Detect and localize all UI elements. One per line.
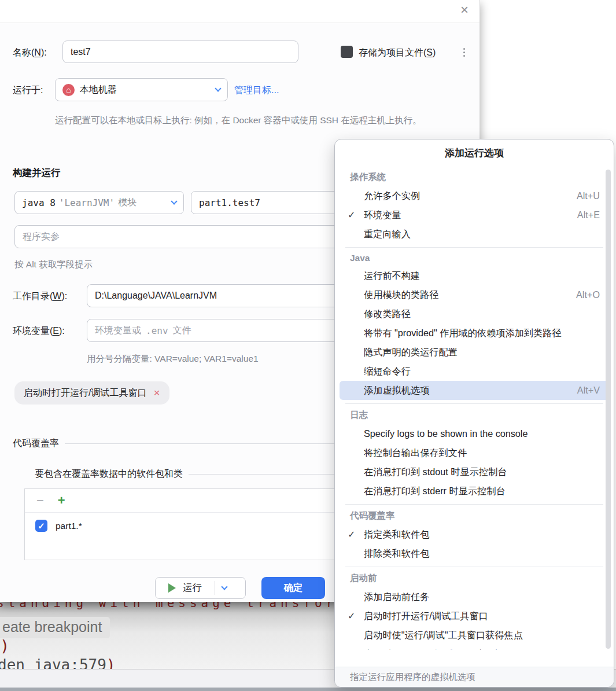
popup-title: 添加运行选项: [335, 139, 614, 166]
store-as-project-file-label: 存储为项目文件(S): [359, 47, 436, 59]
console-paren: ): [0, 637, 9, 655]
window-bottom-edge: [0, 688, 616, 691]
menu-item-implicitly-declared-class-run-config[interactable]: 隐式声明的类运行配置: [340, 343, 609, 362]
console-stacktrace-line[interactable]: den java:579): [0, 656, 116, 670]
menu-item-label: 启动时使"运行/调试"工具窗口获得焦点: [364, 626, 600, 645]
menu-item-specify-classes-and-packages[interactable]: ✓指定类和软件包: [340, 525, 609, 544]
chevron-down-icon: [171, 198, 177, 204]
popup-menu-list: 操作系统允许多个实例Alt+U✓环境变量Alt+E重定向输入Java运行前不构建…: [335, 166, 614, 667]
pattern-checkbox[interactable]: ✓: [35, 520, 47, 532]
menu-separator: [345, 403, 603, 404]
menu-item-label: 排除类和软件包: [364, 544, 600, 563]
checkmark-icon: ✓: [348, 525, 362, 544]
name-label: 名称(N):: [13, 47, 47, 59]
menu-item-label: 在消息打印到 stderr 时显示控制台: [364, 482, 600, 501]
alt-hint: 按 Alt 获取字段提示: [14, 259, 93, 271]
menu-item-partially-hidden-option[interactable]: 启动时使用"运行/调试"工具窗口设置: [340, 645, 609, 650]
build-and-run-header: 构建并运行: [13, 167, 61, 179]
menu-section-header: 代码覆盖率: [335, 506, 614, 525]
menu-section-header: 启动前: [335, 568, 614, 587]
checkmark-icon: ✓: [348, 607, 362, 626]
jre-select[interactable]: java 8 'LearnJVM' 模块: [14, 191, 184, 214]
menu-item-shortcut: Alt+V: [577, 381, 600, 400]
name-input[interactable]: test7: [62, 41, 298, 63]
run-on-label: 运行于:: [13, 84, 43, 97]
run-button[interactable]: 运行: [155, 577, 246, 599]
local-machine-icon: ⌂: [62, 84, 75, 96]
menu-item-label: 添加虚拟机选项: [364, 381, 569, 400]
menu-item-shorten-command-line[interactable]: 缩短命令行: [340, 362, 609, 381]
menu-separator: [345, 247, 603, 248]
menu-item-environment-variables[interactable]: ✓环境变量Alt+E: [340, 205, 609, 225]
menu-item-specify-logs[interactable]: Specify logs to be shown in the console: [340, 424, 609, 443]
menu-section-header: 操作系统: [335, 167, 614, 186]
menu-item-shortcut: Alt+U: [577, 186, 600, 205]
run-on-select[interactable]: ⌂ 本地机器: [55, 78, 228, 101]
pattern-label: part1.*: [56, 521, 82, 531]
play-icon: [168, 583, 176, 593]
screen: standing with message transform met eate…: [0, 0, 616, 691]
code-coverage-header: 代码覆盖率: [13, 438, 59, 450]
manage-targets-link[interactable]: 管理目标...: [234, 84, 279, 97]
menu-item-allow-multiple-instances[interactable]: 允许多个实例Alt+U: [340, 186, 609, 205]
menu-item-focus-run-debug-tool-window-on-start[interactable]: 启动时使"运行/调试"工具窗口获得焦点: [340, 626, 609, 645]
menu-item-label: 隐式声明的类运行配置: [364, 343, 600, 362]
remove-pattern-button[interactable]: −: [36, 493, 44, 508]
working-directory-label: 工作目录(W):: [13, 291, 67, 303]
chevron-down-icon: [215, 85, 221, 91]
popup-scrollbar[interactable]: [606, 170, 611, 649]
menu-item-label: 重定向输入: [364, 225, 600, 244]
menu-item-use-module-classpath[interactable]: 使用模块的类路径Alt+O: [340, 285, 609, 304]
menu-item-label: 指定类和软件包: [364, 525, 600, 544]
menu-item-shortcut: Alt+E: [577, 205, 600, 225]
coverage-include-hint: 要包含在覆盖率数据中的软件包和类: [35, 468, 183, 480]
menu-item-add-before-launch-task[interactable]: 添加启动前任务: [340, 587, 609, 607]
menu-section-header: Java: [335, 249, 614, 266]
menu-item-save-console-output-to-file[interactable]: 将控制台输出保存到文件: [340, 443, 609, 462]
menu-item-label: 修改类路径: [364, 304, 600, 324]
menu-item-modify-classpath[interactable]: 修改类路径: [340, 304, 609, 324]
menu-item-open-run-debug-tool-window-on-start[interactable]: ✓启动时打开运行/调试工具窗口: [340, 607, 609, 626]
menu-item-label: 环境变量: [364, 205, 569, 225]
env-hint: 用分号分隔变量: VAR=value; VAR1=value1: [87, 353, 259, 365]
menu-item-label: 在消息打印到 stdout 时显示控制台: [364, 462, 600, 482]
menu-item-label: 使用模块的类路径: [364, 285, 568, 304]
close-icon[interactable]: ×: [455, 1, 474, 19]
checkmark-icon: ✓: [348, 205, 362, 225]
menu-section-header: 日志: [335, 405, 614, 424]
menu-item-show-console-on-stdout[interactable]: 在消息打印到 stdout 时显示控制台: [340, 462, 609, 482]
menu-item-exclude-classes-and-packages[interactable]: 排除类和软件包: [340, 544, 609, 563]
menu-item-label: 运行前不构建: [364, 266, 600, 285]
menu-item-add-vm-options[interactable]: 添加虚拟机选项Alt+V: [340, 381, 609, 400]
create-breakpoint-hint[interactable]: eate breakpoint: [0, 617, 110, 638]
menu-item-label: 启动时打开运行/调试工具窗口: [364, 607, 600, 626]
menu-item-show-console-on-stderr[interactable]: 在消息打印到 stderr 时显示控制台: [340, 482, 609, 501]
menu-separator: [345, 504, 603, 505]
menu-item-label: 启动时使用"运行/调试"工具窗口设置: [364, 645, 600, 650]
kebab-menu-icon[interactable]: [459, 46, 469, 58]
menu-item-do-not-build-before-run[interactable]: 运行前不构建: [340, 266, 609, 285]
menu-item-redirect-input[interactable]: 重定向输入: [340, 225, 609, 244]
menu-item-shortcut: Alt+O: [576, 285, 600, 304]
chevron-down-icon[interactable]: [221, 583, 227, 590]
menu-item-label: 缩短命令行: [364, 362, 600, 381]
environment-variables-label: 环境变量(E):: [13, 325, 65, 337]
store-as-project-file-checkbox[interactable]: [341, 46, 353, 58]
ok-button[interactable]: 确定: [261, 577, 325, 599]
dialog-titlebar: ×: [0, 0, 479, 23]
popup-footer-hint: 指定运行应用程序的虚拟机选项: [335, 667, 614, 687]
menu-item-label: 将控制台输出保存到文件: [364, 443, 600, 462]
run-on-hint: 运行配置可以在本地或目标上执行: 例如，在 Docker 容器中或使用 SSH …: [55, 112, 464, 128]
menu-item-add-provided-scope-deps[interactable]: 将带有 "provided" 作用域的依赖项添加到类路径: [340, 324, 609, 343]
menu-separator: [345, 567, 603, 567]
add-run-options-popup: 添加运行选项 操作系统允许多个实例Alt+U✓环境变量Alt+E重定向输入Jav…: [334, 139, 614, 688]
open-tool-window-tag[interactable]: 启动时打开运行/调试工具窗口 ×: [14, 381, 169, 405]
tag-close-icon[interactable]: ×: [153, 387, 160, 399]
add-pattern-button[interactable]: +: [58, 493, 65, 508]
menu-item-label: 将带有 "provided" 作用域的依赖项添加到类路径: [364, 324, 600, 343]
menu-item-label: 允许多个实例: [364, 186, 569, 205]
menu-item-label: Specify logs to be shown in the console: [364, 424, 600, 443]
menu-item-label: 添加启动前任务: [364, 587, 600, 607]
